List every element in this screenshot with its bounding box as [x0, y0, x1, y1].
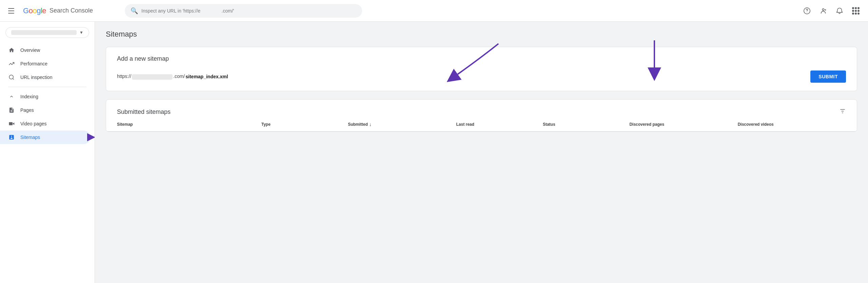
- main-content: Sitemaps Add a new sitemap https://.com/…: [95, 22, 868, 283]
- collapse-icon: [8, 93, 15, 100]
- hamburger-icon: [8, 7, 16, 15]
- pages-icon: [8, 107, 15, 114]
- chevron-down-icon: ▼: [79, 30, 83, 35]
- search-bar[interactable]: 🔍: [125, 4, 362, 18]
- topbar: Google Search Console 🔍: [0, 0, 868, 22]
- apps-button[interactable]: [849, 4, 863, 18]
- notifications-button[interactable]: [833, 4, 846, 18]
- video-pages-label: Video pages: [20, 121, 47, 126]
- accounts-icon: [820, 7, 827, 15]
- account-button[interactable]: [816, 4, 830, 18]
- search-icon: 🔍: [131, 7, 138, 15]
- col-type[interactable]: Type: [261, 122, 348, 127]
- filter-icon[interactable]: [839, 108, 846, 116]
- col-discovered-pages[interactable]: Discovered pages: [629, 122, 737, 127]
- svg-point-3: [9, 75, 13, 79]
- property-label: [11, 30, 77, 35]
- submit-button[interactable]: SUBMIT: [810, 70, 846, 83]
- col-sitemap[interactable]: Sitemap: [117, 122, 261, 127]
- table-header: Sitemap Type Submitted ↓ Last read Statu…: [106, 122, 857, 132]
- blurred-domain: [132, 74, 173, 80]
- google-logo: Google: [23, 6, 46, 15]
- video-icon: [8, 120, 15, 127]
- sidebar-item-sitemaps[interactable]: Sitemaps: [0, 130, 91, 144]
- sidebar-arrow: [84, 132, 95, 142]
- sitemap-path: sitemap_index.xml: [185, 74, 228, 79]
- main-layout: ▼ Overview Performance URL inspection: [0, 22, 868, 283]
- help-icon: [803, 7, 811, 15]
- apps-icon: [852, 7, 860, 15]
- svg-line-4: [13, 78, 14, 79]
- sidebar-item-url-inspection[interactable]: URL inspection: [0, 70, 91, 84]
- url-inspection-label: URL inspection: [20, 75, 52, 80]
- nav-divider: [8, 87, 86, 87]
- performance-label: Performance: [20, 61, 47, 66]
- search-input[interactable]: [141, 8, 356, 14]
- card-arrows: [106, 37, 857, 98]
- page-title: Sitemaps: [106, 30, 857, 39]
- help-button[interactable]: [800, 4, 814, 18]
- sitemap-url-base: https://.com/: [117, 74, 185, 79]
- col-discovered-videos[interactable]: Discovered videos: [738, 122, 846, 127]
- bell-icon: [836, 7, 843, 15]
- menu-button[interactable]: [5, 4, 19, 18]
- url-search-icon: [8, 74, 15, 81]
- add-sitemap-card: Add a new sitemap https://.com/ sitemap_…: [106, 47, 857, 91]
- trending-up-icon: [8, 60, 15, 67]
- submitted-sitemaps-card: Submitted sitemaps Sitemap Type Submitte…: [106, 99, 857, 132]
- col-last-read[interactable]: Last read: [456, 122, 542, 127]
- add-sitemap-title: Add a new sitemap: [117, 55, 846, 62]
- pages-label: Pages: [20, 107, 34, 113]
- svg-point-1: [807, 12, 807, 12]
- sitemap-input-row: https://.com/ sitemap_index.xml SUBMIT: [117, 70, 846, 83]
- sort-down-icon: ↓: [369, 122, 372, 127]
- product-name: Search Console: [50, 7, 93, 14]
- property-selector[interactable]: ▼: [5, 27, 89, 38]
- col-status[interactable]: Status: [543, 122, 629, 127]
- sidebar-item-video-pages[interactable]: Video pages: [0, 117, 91, 130]
- submitted-card-header: Submitted sitemaps: [106, 100, 857, 122]
- home-icon: [8, 47, 15, 54]
- svg-rect-5: [9, 122, 13, 125]
- col-submitted[interactable]: Submitted ↓: [348, 122, 456, 127]
- sidebar: ▼ Overview Performance URL inspection: [0, 22, 95, 283]
- topbar-left: Google Search Console: [5, 4, 121, 18]
- indexing-section-header[interactable]: Indexing: [0, 90, 95, 103]
- topbar-actions: [800, 4, 863, 18]
- indexing-label: Indexing: [20, 94, 38, 99]
- sitemaps-label: Sitemaps: [20, 135, 40, 140]
- submitted-sitemaps-title: Submitted sitemaps: [117, 108, 171, 116]
- sidebar-item-overview[interactable]: Overview: [0, 43, 91, 57]
- sidebar-item-pages[interactable]: Pages: [0, 103, 91, 117]
- logo-area: Google Search Console: [23, 6, 93, 15]
- svg-point-2: [822, 8, 824, 10]
- overview-label: Overview: [20, 47, 40, 53]
- sitemaps-icon: [8, 134, 15, 141]
- sidebar-item-performance[interactable]: Performance: [0, 57, 91, 70]
